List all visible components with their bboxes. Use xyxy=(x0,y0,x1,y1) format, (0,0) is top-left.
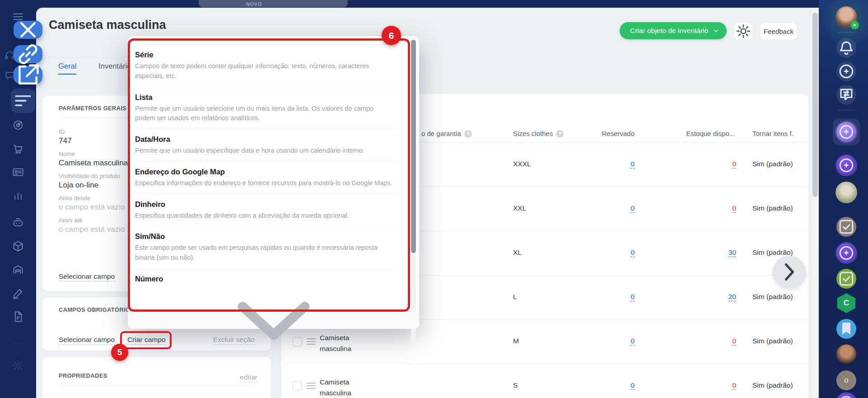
chevron-down-icon xyxy=(206,253,341,389)
field-type-description: Especifica quantidades de dinheiro com a… xyxy=(135,211,392,221)
rail-item[interactable] xyxy=(838,110,855,110)
background-tab-shape xyxy=(199,0,348,7)
column-header-stock[interactable]: Estoque dispo... xyxy=(677,130,735,137)
column-header-sizes[interactable]: Sizes clothes? xyxy=(513,130,564,138)
rail-item[interactable] xyxy=(836,344,856,364)
field-type-option[interactable]: Dinheiro Especifica quantidades de dinhe… xyxy=(135,194,395,226)
stock-link[interactable]: 30 xyxy=(695,248,736,257)
help-icon[interactable]: ? xyxy=(556,130,564,138)
create-inventory-object-button[interactable]: Criar objeto de inventário xyxy=(620,22,727,39)
right-sidebar: C o xyxy=(819,0,868,398)
size-value: M xyxy=(513,337,519,345)
reserved-link[interactable]: 0 xyxy=(594,381,635,389)
column-header-warranty[interactable]: o de garantia? xyxy=(421,130,472,138)
robot-icon xyxy=(11,216,25,229)
table-row: Camiseta masculina S 0 0 Sim (padrão) xyxy=(281,364,808,398)
rail-item[interactable] xyxy=(836,155,856,175)
rail-item[interactable] xyxy=(836,217,856,237)
tab-inventario[interactable]: Inventário xyxy=(98,62,131,70)
field-type-option[interactable]: Lista Permite que um usuário selecione u… xyxy=(135,87,395,129)
checksq-icon xyxy=(836,217,856,237)
rail-item[interactable] xyxy=(836,269,856,289)
sidebar-item[interactable] xyxy=(11,216,25,229)
sidebar-item[interactable] xyxy=(11,286,25,300)
rail-item[interactable] xyxy=(836,243,856,263)
field-type-title: Dinheiro xyxy=(135,200,395,209)
sidebar-item[interactable] xyxy=(14,21,42,39)
reserved-link[interactable]: 0 xyxy=(594,293,635,301)
app-window: NOVO xyxy=(0,0,868,398)
tab-geral[interactable]: Geral xyxy=(58,62,76,75)
rail-item[interactable] xyxy=(836,319,856,339)
field-type-title: Série xyxy=(135,51,395,59)
field-type-option[interactable]: Data/Hora Permite que um usuário especif… xyxy=(135,129,395,161)
sidebar-item[interactable] xyxy=(11,189,25,202)
feature-value: Sim (padrão) xyxy=(752,381,793,389)
size-value: L xyxy=(513,293,517,301)
feature-value: Sim (padrão) xyxy=(752,337,793,345)
settings-gear-button[interactable] xyxy=(734,23,752,39)
sidebar-item[interactable] xyxy=(11,263,25,276)
create-field-link[interactable]: Criar campo xyxy=(127,336,165,345)
filter-icon xyxy=(11,89,35,113)
select-field-link[interactable]: Selecionar campo xyxy=(59,272,115,281)
field-type-option[interactable]: Série Campos de texto podem conter qualq… xyxy=(135,44,395,87)
feedback-button[interactable]: Feedback xyxy=(761,23,797,39)
stock-link[interactable]: 0 xyxy=(695,381,736,389)
help-icon[interactable]: ? xyxy=(464,130,472,138)
sparkle-icon xyxy=(836,243,856,263)
sidebar-item[interactable] xyxy=(11,165,25,179)
chart-icon xyxy=(11,189,25,202)
column-header-feature[interactable]: Tornar itens f. xyxy=(752,130,793,137)
translate-icon xyxy=(836,85,856,105)
chevron-down-icon[interactable] xyxy=(712,27,720,35)
field-type-option[interactable]: Endereço do Google Map Especifica inform… xyxy=(135,161,395,194)
rail-item[interactable] xyxy=(836,85,856,105)
size-value: S xyxy=(513,381,518,389)
rail-item[interactable] xyxy=(836,122,856,142)
popup-scrollbar-thumb[interactable] xyxy=(411,40,416,253)
reserved-link[interactable]: 0 xyxy=(594,160,635,168)
left-sidebar xyxy=(0,0,36,398)
sidebar-item[interactable] xyxy=(11,89,35,113)
main-scrollbar-thumb[interactable] xyxy=(812,13,818,197)
stock-link[interactable]: 0 xyxy=(695,160,736,168)
sidebar-item[interactable] xyxy=(11,310,25,323)
sidebar-item[interactable] xyxy=(11,142,25,155)
rail-item[interactable] xyxy=(836,61,856,81)
sparkle-icon xyxy=(836,122,856,142)
bookmark-icon xyxy=(836,319,856,339)
rail-item[interactable] xyxy=(838,32,855,33)
rail-item[interactable] xyxy=(836,38,856,58)
rail-item[interactable]: C xyxy=(836,293,856,313)
dots-icon xyxy=(11,337,25,351)
rail-item[interactable] xyxy=(836,393,856,398)
sidebar-item[interactable] xyxy=(14,66,42,84)
rail-item[interactable] xyxy=(835,6,857,28)
rail-item[interactable] xyxy=(835,182,857,203)
rail-item[interactable]: o xyxy=(836,370,856,390)
sparkle-icon xyxy=(836,393,856,398)
feature-value: Sim (padrão) xyxy=(752,204,793,212)
stock-link[interactable]: 0 xyxy=(695,337,736,345)
sidebar-item[interactable] xyxy=(11,337,25,351)
reserved-link[interactable]: 0 xyxy=(594,337,635,345)
play-badge-icon xyxy=(850,21,859,29)
checksq-icon xyxy=(836,269,856,289)
sidebar-item[interactable] xyxy=(11,118,25,132)
scroll-right-button[interactable] xyxy=(773,256,806,288)
field-type-description: Permite que um usuário especifique data … xyxy=(135,146,392,156)
field-type-title: Endereço do Google Map xyxy=(135,168,395,176)
field-type-title: Sim/Não xyxy=(135,232,395,241)
sidebar-item[interactable] xyxy=(11,239,25,253)
idcard-icon xyxy=(11,165,25,179)
reserved-link[interactable]: 0 xyxy=(594,248,635,257)
column-header-reserved[interactable]: Reservado xyxy=(587,130,635,137)
select-field-link[interactable]: Selecionar campo xyxy=(59,336,115,345)
sidebar-item[interactable] xyxy=(11,359,25,372)
popup-scroll-more[interactable] xyxy=(128,312,419,329)
field-type-description: Permite que um usuário selecione um ou m… xyxy=(135,104,392,124)
reserved-link[interactable]: 0 xyxy=(594,204,635,212)
stock-link[interactable]: 20 xyxy=(695,293,736,301)
stock-link[interactable]: 0 xyxy=(695,204,736,212)
